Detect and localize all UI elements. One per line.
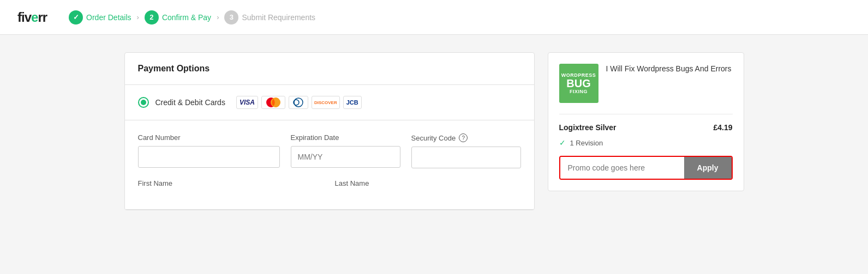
diners-icon	[289, 96, 308, 109]
expiration-label: Expiration Date	[291, 133, 400, 142]
gig-title: I Will Fix Wordpress Bugs And Errors	[606, 64, 732, 75]
first-name-group: First Name	[138, 179, 324, 187]
form-row-2: First Name Last Name	[138, 179, 521, 187]
card-icons: VISA DISCOVER JCB	[236, 96, 362, 109]
step2-icon: 2	[145, 10, 159, 25]
package-name: Logixtree Silver	[559, 123, 616, 132]
apply-button[interactable]: Apply	[684, 157, 732, 179]
visa-icon: VISA	[236, 96, 258, 109]
main-content: Payment Options Credit & Debit Cards VIS…	[107, 35, 762, 228]
revision-check-icon: ✓	[559, 138, 566, 147]
last-name-label: Last Name	[335, 179, 521, 187]
expiration-group: Expiration Date	[291, 133, 400, 168]
card-number-label: Card Number	[138, 133, 280, 142]
card-number-input[interactable]	[138, 146, 280, 168]
card-number-group: Card Number	[138, 133, 280, 168]
expiration-input[interactable]	[291, 146, 400, 168]
revision-label: 1 Revision	[570, 139, 603, 147]
breadcrumb: ✓ Order Details › 2 Confirm & Pay › 3 Su…	[69, 10, 315, 25]
header: fiverr ✓ Order Details › 2 Confirm & Pay…	[0, 0, 868, 35]
divider-1	[559, 114, 733, 114]
security-help-icon[interactable]: ?	[459, 133, 468, 142]
thumbnail-line2: BUG	[566, 78, 590, 89]
revision-row: ✓ 1 Revision	[559, 138, 733, 147]
gig-thumbnail: WORDPRESS BUG FIXING	[559, 64, 598, 103]
package-row: Logixtree Silver £4.19	[559, 123, 733, 132]
step1-label: Order Details	[86, 13, 131, 22]
step3-label: Submit Requirements	[242, 13, 315, 22]
chevron-icon-1: ›	[137, 13, 139, 21]
payment-panel: Payment Options Credit & Debit Cards VIS…	[124, 52, 535, 210]
svg-point-2	[294, 98, 303, 107]
radio-inner	[141, 100, 146, 105]
discover-icon: DISCOVER	[312, 96, 340, 109]
breadcrumb-step-3: 3 Submit Requirements	[224, 10, 315, 25]
fiverr-logo: fiverr	[17, 10, 47, 25]
last-name-group: Last Name	[335, 179, 521, 187]
step3-icon: 3	[224, 10, 238, 25]
security-code-input[interactable]	[411, 147, 521, 168]
thumbnail-line3: FIXING	[570, 89, 588, 94]
mastercard-icon	[261, 96, 285, 109]
promo-code-section: Apply	[559, 156, 733, 180]
card-form-section: Card Number Expiration Date Security Cod…	[125, 120, 534, 210]
order-top: WORDPRESS BUG FIXING I Will Fix Wordpres…	[559, 64, 733, 103]
promo-code-input[interactable]	[560, 157, 684, 179]
order-card: WORDPRESS BUG FIXING I Will Fix Wordpres…	[548, 52, 744, 191]
breadcrumb-step-2: 2 Confirm & Pay	[145, 10, 211, 25]
payment-options-title: Payment Options	[125, 53, 534, 85]
order-summary-panel: WORDPRESS BUG FIXING I Will Fix Wordpres…	[548, 52, 744, 210]
radio-credit-card[interactable]	[138, 97, 149, 108]
breadcrumb-step-1: ✓ Order Details	[69, 10, 131, 25]
form-row-1: Card Number Expiration Date Security Cod…	[138, 133, 521, 168]
step2-label: Confirm & Pay	[162, 13, 211, 22]
first-name-label: First Name	[138, 179, 324, 187]
security-code-group: Security Code ?	[411, 133, 521, 168]
jcb-icon: JCB	[343, 96, 362, 109]
step1-icon: ✓	[69, 10, 83, 25]
credit-debit-label: Credit & Debit Cards	[155, 98, 225, 107]
chevron-icon-2: ›	[217, 13, 219, 21]
security-code-label: Security Code ?	[411, 133, 521, 142]
credit-card-option[interactable]: Credit & Debit Cards VISA DISCOV	[125, 85, 534, 120]
package-price: £4.19	[713, 123, 732, 132]
